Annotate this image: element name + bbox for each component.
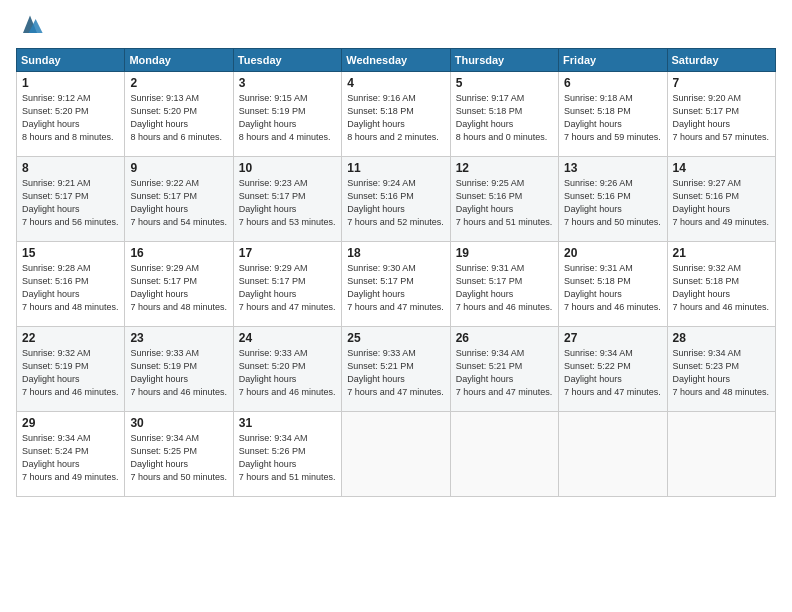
day-info: Sunrise: 9:34 AMSunset: 5:26 PMDaylight … bbox=[239, 432, 336, 484]
calendar-cell: 10 Sunrise: 9:23 AMSunset: 5:17 PMDaylig… bbox=[233, 157, 341, 242]
day-number: 14 bbox=[673, 161, 770, 175]
day-info: Sunrise: 9:33 AMSunset: 5:20 PMDaylight … bbox=[239, 347, 336, 399]
day-info: Sunrise: 9:29 AMSunset: 5:17 PMDaylight … bbox=[239, 262, 336, 314]
weekday-header-monday: Monday bbox=[125, 49, 233, 72]
day-number: 12 bbox=[456, 161, 553, 175]
day-info: Sunrise: 9:26 AMSunset: 5:16 PMDaylight … bbox=[564, 177, 661, 229]
day-number: 21 bbox=[673, 246, 770, 260]
day-number: 19 bbox=[456, 246, 553, 260]
weekday-header-sunday: Sunday bbox=[17, 49, 125, 72]
day-number: 16 bbox=[130, 246, 227, 260]
day-number: 11 bbox=[347, 161, 444, 175]
day-number: 3 bbox=[239, 76, 336, 90]
calendar-cell bbox=[450, 412, 558, 497]
calendar-cell: 5 Sunrise: 9:17 AMSunset: 5:18 PMDayligh… bbox=[450, 72, 558, 157]
day-number: 2 bbox=[130, 76, 227, 90]
calendar-cell: 27 Sunrise: 9:34 AMSunset: 5:22 PMDaylig… bbox=[559, 327, 667, 412]
day-info: Sunrise: 9:34 AMSunset: 5:25 PMDaylight … bbox=[130, 432, 227, 484]
weekday-header-thursday: Thursday bbox=[450, 49, 558, 72]
day-number: 24 bbox=[239, 331, 336, 345]
calendar-cell: 22 Sunrise: 9:32 AMSunset: 5:19 PMDaylig… bbox=[17, 327, 125, 412]
day-info: Sunrise: 9:12 AMSunset: 5:20 PMDaylight … bbox=[22, 92, 119, 144]
day-info: Sunrise: 9:20 AMSunset: 5:17 PMDaylight … bbox=[673, 92, 770, 144]
day-number: 6 bbox=[564, 76, 661, 90]
day-info: Sunrise: 9:16 AMSunset: 5:18 PMDaylight … bbox=[347, 92, 444, 144]
calendar-cell: 11 Sunrise: 9:24 AMSunset: 5:16 PMDaylig… bbox=[342, 157, 450, 242]
calendar-cell: 26 Sunrise: 9:34 AMSunset: 5:21 PMDaylig… bbox=[450, 327, 558, 412]
calendar-cell: 7 Sunrise: 9:20 AMSunset: 5:17 PMDayligh… bbox=[667, 72, 775, 157]
day-info: Sunrise: 9:23 AMSunset: 5:17 PMDaylight … bbox=[239, 177, 336, 229]
day-info: Sunrise: 9:15 AMSunset: 5:19 PMDaylight … bbox=[239, 92, 336, 144]
calendar-cell bbox=[667, 412, 775, 497]
day-info: Sunrise: 9:22 AMSunset: 5:17 PMDaylight … bbox=[130, 177, 227, 229]
day-number: 30 bbox=[130, 416, 227, 430]
day-number: 17 bbox=[239, 246, 336, 260]
calendar-cell: 12 Sunrise: 9:25 AMSunset: 5:16 PMDaylig… bbox=[450, 157, 558, 242]
day-info: Sunrise: 9:30 AMSunset: 5:17 PMDaylight … bbox=[347, 262, 444, 314]
day-info: Sunrise: 9:34 AMSunset: 5:23 PMDaylight … bbox=[673, 347, 770, 399]
day-info: Sunrise: 9:18 AMSunset: 5:18 PMDaylight … bbox=[564, 92, 661, 144]
day-info: Sunrise: 9:33 AMSunset: 5:21 PMDaylight … bbox=[347, 347, 444, 399]
day-info: Sunrise: 9:25 AMSunset: 5:16 PMDaylight … bbox=[456, 177, 553, 229]
calendar-cell bbox=[342, 412, 450, 497]
day-number: 18 bbox=[347, 246, 444, 260]
weekday-header-tuesday: Tuesday bbox=[233, 49, 341, 72]
calendar-table: SundayMondayTuesdayWednesdayThursdayFrid… bbox=[16, 48, 776, 497]
day-info: Sunrise: 9:32 AMSunset: 5:19 PMDaylight … bbox=[22, 347, 119, 399]
day-number: 22 bbox=[22, 331, 119, 345]
logo bbox=[16, 12, 48, 40]
day-info: Sunrise: 9:24 AMSunset: 5:16 PMDaylight … bbox=[347, 177, 444, 229]
calendar-cell: 15 Sunrise: 9:28 AMSunset: 5:16 PMDaylig… bbox=[17, 242, 125, 327]
calendar-cell: 19 Sunrise: 9:31 AMSunset: 5:17 PMDaylig… bbox=[450, 242, 558, 327]
day-number: 23 bbox=[130, 331, 227, 345]
calendar-cell: 23 Sunrise: 9:33 AMSunset: 5:19 PMDaylig… bbox=[125, 327, 233, 412]
day-number: 27 bbox=[564, 331, 661, 345]
calendar-cell: 2 Sunrise: 9:13 AMSunset: 5:20 PMDayligh… bbox=[125, 72, 233, 157]
calendar-cell: 28 Sunrise: 9:34 AMSunset: 5:23 PMDaylig… bbox=[667, 327, 775, 412]
day-number: 31 bbox=[239, 416, 336, 430]
calendar-cell: 8 Sunrise: 9:21 AMSunset: 5:17 PMDayligh… bbox=[17, 157, 125, 242]
day-number: 20 bbox=[564, 246, 661, 260]
day-info: Sunrise: 9:27 AMSunset: 5:16 PMDaylight … bbox=[673, 177, 770, 229]
calendar-cell: 18 Sunrise: 9:30 AMSunset: 5:17 PMDaylig… bbox=[342, 242, 450, 327]
day-number: 13 bbox=[564, 161, 661, 175]
calendar-cell: 9 Sunrise: 9:22 AMSunset: 5:17 PMDayligh… bbox=[125, 157, 233, 242]
day-info: Sunrise: 9:29 AMSunset: 5:17 PMDaylight … bbox=[130, 262, 227, 314]
day-info: Sunrise: 9:33 AMSunset: 5:19 PMDaylight … bbox=[130, 347, 227, 399]
day-number: 4 bbox=[347, 76, 444, 90]
page-header bbox=[16, 12, 776, 40]
day-info: Sunrise: 9:32 AMSunset: 5:18 PMDaylight … bbox=[673, 262, 770, 314]
day-number: 5 bbox=[456, 76, 553, 90]
calendar-cell: 20 Sunrise: 9:31 AMSunset: 5:18 PMDaylig… bbox=[559, 242, 667, 327]
day-number: 1 bbox=[22, 76, 119, 90]
day-info: Sunrise: 9:13 AMSunset: 5:20 PMDaylight … bbox=[130, 92, 227, 144]
calendar-cell bbox=[559, 412, 667, 497]
calendar-cell: 25 Sunrise: 9:33 AMSunset: 5:21 PMDaylig… bbox=[342, 327, 450, 412]
day-number: 29 bbox=[22, 416, 119, 430]
calendar-cell: 17 Sunrise: 9:29 AMSunset: 5:17 PMDaylig… bbox=[233, 242, 341, 327]
weekday-header-wednesday: Wednesday bbox=[342, 49, 450, 72]
calendar-cell: 16 Sunrise: 9:29 AMSunset: 5:17 PMDaylig… bbox=[125, 242, 233, 327]
day-info: Sunrise: 9:21 AMSunset: 5:17 PMDaylight … bbox=[22, 177, 119, 229]
day-info: Sunrise: 9:28 AMSunset: 5:16 PMDaylight … bbox=[22, 262, 119, 314]
calendar-cell: 6 Sunrise: 9:18 AMSunset: 5:18 PMDayligh… bbox=[559, 72, 667, 157]
day-number: 8 bbox=[22, 161, 119, 175]
calendar-cell: 31 Sunrise: 9:34 AMSunset: 5:26 PMDaylig… bbox=[233, 412, 341, 497]
calendar-cell: 24 Sunrise: 9:33 AMSunset: 5:20 PMDaylig… bbox=[233, 327, 341, 412]
calendar-cell: 13 Sunrise: 9:26 AMSunset: 5:16 PMDaylig… bbox=[559, 157, 667, 242]
day-info: Sunrise: 9:34 AMSunset: 5:24 PMDaylight … bbox=[22, 432, 119, 484]
day-number: 15 bbox=[22, 246, 119, 260]
day-number: 28 bbox=[673, 331, 770, 345]
calendar-cell: 1 Sunrise: 9:12 AMSunset: 5:20 PMDayligh… bbox=[17, 72, 125, 157]
day-number: 10 bbox=[239, 161, 336, 175]
day-info: Sunrise: 9:34 AMSunset: 5:22 PMDaylight … bbox=[564, 347, 661, 399]
day-info: Sunrise: 9:31 AMSunset: 5:17 PMDaylight … bbox=[456, 262, 553, 314]
calendar-cell: 4 Sunrise: 9:16 AMSunset: 5:18 PMDayligh… bbox=[342, 72, 450, 157]
day-number: 25 bbox=[347, 331, 444, 345]
weekday-header-saturday: Saturday bbox=[667, 49, 775, 72]
calendar-cell: 21 Sunrise: 9:32 AMSunset: 5:18 PMDaylig… bbox=[667, 242, 775, 327]
calendar-cell: 29 Sunrise: 9:34 AMSunset: 5:24 PMDaylig… bbox=[17, 412, 125, 497]
day-info: Sunrise: 9:31 AMSunset: 5:18 PMDaylight … bbox=[564, 262, 661, 314]
weekday-header-friday: Friday bbox=[559, 49, 667, 72]
day-number: 7 bbox=[673, 76, 770, 90]
